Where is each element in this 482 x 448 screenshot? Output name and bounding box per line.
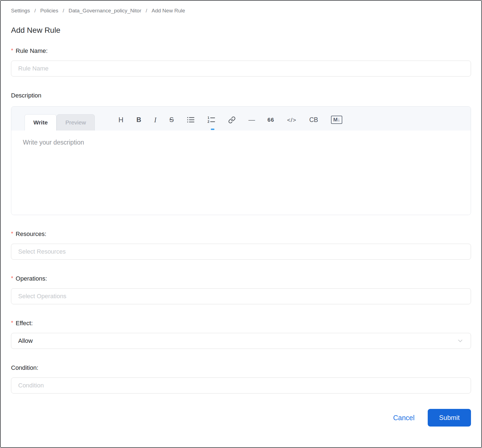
- cursor-indicator: [211, 129, 214, 130]
- description-placeholder: Write your description: [23, 139, 84, 146]
- resources-select[interactable]: [11, 244, 471, 260]
- tab-write[interactable]: Write: [25, 114, 56, 131]
- form-actions: Cancel Submit: [11, 409, 471, 434]
- tab-preview[interactable]: Preview: [56, 114, 95, 131]
- page-title: Add New Rule: [11, 26, 471, 35]
- cancel-button[interactable]: Cancel: [393, 414, 414, 422]
- resources-label: * Resources:: [11, 230, 471, 238]
- operations-label-text: Operations:: [16, 275, 47, 282]
- breadcrumb-policies[interactable]: Policies: [40, 8, 58, 14]
- effect-label-text: Effect:: [16, 320, 33, 327]
- effect-label: * Effect:: [11, 320, 471, 327]
- rule-name-input[interactable]: [11, 61, 471, 77]
- editor-toolbar: Write Preview H B I S: [11, 107, 471, 131]
- markdown-badge: M↓: [331, 116, 342, 124]
- quote-icon[interactable]: 66: [268, 117, 274, 123]
- svg-text:2: 2: [208, 120, 209, 123]
- required-asterisk: *: [11, 230, 13, 237]
- horizontal-rule-icon[interactable]: —: [249, 116, 255, 123]
- svg-text:1: 1: [208, 116, 209, 120]
- breadcrumb-current: Add New Rule: [152, 8, 185, 14]
- app-window: Settings / Policies / Data_Governance_po…: [0, 0, 482, 448]
- breadcrumb-separator: /: [34, 8, 36, 14]
- description-label-text: Description: [11, 92, 41, 99]
- required-asterisk: *: [11, 320, 13, 326]
- editor-tabs: Write Preview: [25, 114, 95, 131]
- breadcrumb: Settings / Policies / Data_Governance_po…: [11, 8, 471, 14]
- italic-icon[interactable]: I: [154, 116, 156, 123]
- markdown-icon[interactable]: M↓: [331, 116, 342, 124]
- rule-name-label: * Rule Name:: [11, 47, 471, 55]
- breadcrumb-policy-name[interactable]: Data_Governance_policy_Nitor: [69, 8, 141, 14]
- description-textarea[interactable]: Write your description: [11, 131, 471, 215]
- code-icon[interactable]: </>: [287, 117, 296, 123]
- chevron-down-icon: [457, 337, 464, 344]
- heading-icon[interactable]: H: [119, 116, 123, 123]
- submit-button[interactable]: Submit: [428, 409, 471, 427]
- bold-icon[interactable]: B: [136, 116, 141, 123]
- required-asterisk: *: [11, 47, 13, 54]
- effect-select[interactable]: Allow: [11, 333, 471, 349]
- effect-selected-value: Allow: [18, 337, 33, 344]
- unordered-list-icon[interactable]: [187, 116, 195, 123]
- operations-label: * Operations:: [11, 275, 471, 282]
- rule-name-label-text: Rule Name:: [16, 47, 48, 55]
- resources-label-text: Resources:: [16, 230, 46, 238]
- condition-label: Condition:: [11, 364, 471, 371]
- strikethrough-icon[interactable]: S: [169, 116, 174, 123]
- editor-toolbar-icons: H B I S: [119, 116, 343, 131]
- breadcrumb-separator: /: [63, 8, 64, 14]
- description-editor: Write Preview H B I S: [11, 106, 471, 215]
- code-block-icon[interactable]: CB: [309, 117, 318, 123]
- ordered-list-icon[interactable]: 1 2: [208, 116, 215, 123]
- breadcrumb-settings[interactable]: Settings: [11, 8, 30, 14]
- condition-label-text: Condition:: [11, 364, 38, 371]
- description-label: Description: [11, 92, 471, 99]
- operations-select[interactable]: [11, 288, 471, 304]
- breadcrumb-separator: /: [146, 8, 147, 14]
- add-rule-page: Settings / Policies / Data_Governance_po…: [1, 1, 481, 434]
- required-asterisk: *: [11, 275, 13, 281]
- link-icon[interactable]: [228, 116, 236, 124]
- condition-input[interactable]: [11, 378, 471, 393]
